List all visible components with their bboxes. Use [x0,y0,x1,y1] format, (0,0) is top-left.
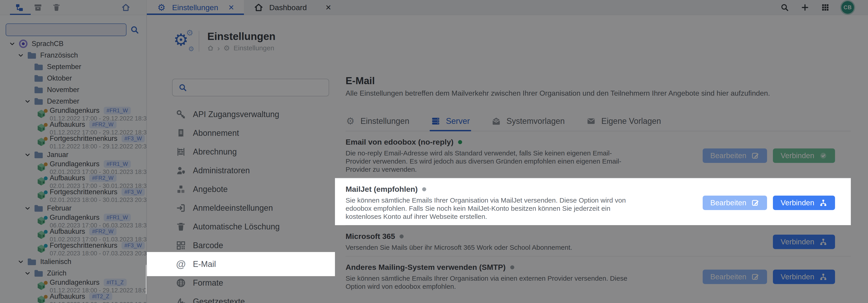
provider-row-anderes-mailing-system-verwenden-smtp: Anderes Mailing-System verwenden (SMTP)S… [346,256,851,295]
archive-icon[interactable] [33,3,42,12]
status-dot [422,187,426,191]
tree-item-franz-sisch[interactable]: Französisch [0,49,146,61]
sidebar-item-label: Abonnement [193,128,239,138]
tree-item-november[interactable]: November [0,84,146,95]
tab-label: Eigene Vorlagen [601,116,661,126]
tree-item-grundlagenkurs[interactable]: Grundlagenkurs#FR1_W01.12.2022 17:00 - 2… [0,107,146,121]
course-status-dot [44,137,48,141]
tree-item-z-rich[interactable]: Zürich [0,267,146,279]
tab-server[interactable]: Server [431,111,470,131]
tree-item-fortgeschrittenenkurs[interactable]: Fortgeschrittenenkurs#F3_W02.01.2023 18:… [0,189,146,202]
course-dates: 02.01.2023 18:00 - 30.01.2023 20:30 [50,197,146,203]
verbinden-button[interactable]: Verbinden [773,235,835,249]
sidebar-item-automatische-l-schung[interactable]: Automatische Löschung [147,217,335,236]
tree-item-september[interactable]: September [0,61,146,72]
tree-item-label: Grundlagenkurs [50,213,100,222]
search-icon[interactable] [130,25,139,34]
close-icon[interactable]: × [228,3,234,12]
sidebar-item-abrechnung[interactable]: Abrechnung [147,142,335,161]
app-root: ⚙Einstellungen×Dashboard× CB SprachCBFra… [0,0,868,303]
tree-item-label: September [47,63,81,71]
tree-item-fortgeschrittenenkurs[interactable]: Fortgeschrittenenkurs#F3_W07.02.2023 18:… [0,242,146,256]
sidebar-item-angebote[interactable]: Angebote [147,180,335,199]
active-tool-underline [10,14,31,15]
tree-item-label: SprachCB [32,40,63,48]
check-circle-icon [819,152,827,160]
tab-label: Systemvorlagen [506,116,565,126]
sidebar-item-label: Abrechnung [193,147,237,157]
chevron-down-icon[interactable] [8,41,17,47]
verbinden-button[interactable]: Verbinden [773,148,835,163]
tab-dashboard[interactable]: Dashboard× [244,0,341,15]
bearbeiten-button[interactable]: Bearbeiten [703,196,767,210]
search-icon[interactable] [780,3,789,12]
chevron-down-icon[interactable] [23,98,32,104]
sidebar-item-abonnement[interactable]: Abonnement [147,124,335,142]
tab-label: Einstellungen [172,3,218,12]
folder-icon [33,73,44,83]
sidebar-item-administratoren[interactable]: Administratoren [147,161,335,180]
pencil-square-icon [751,199,760,207]
chevron-down-icon[interactable] [23,270,32,276]
tree-item-grundlagenkurs[interactable]: Grundlagenkurs#FR1_W06.02.2023 17:00 - 0… [0,214,146,228]
tab-einstellungen[interactable]: ⚙Einstellungen× [147,0,244,15]
sidebar-item-formate[interactable]: Formate [147,273,335,292]
verbinden-button[interactable]: Verbinden [773,196,835,210]
sidebar-item-gesetzestexte[interactable]: Gesetzestexte [147,292,335,303]
course-status-dot [44,281,48,285]
bearbeiten-button[interactable]: Bearbeiten [703,270,767,284]
breadcrumb-item[interactable]: Einstellungen [234,44,274,52]
signature-icon [176,297,186,303]
bearbeiten-button[interactable]: Bearbeiten [703,148,767,163]
tree-item-italienisch[interactable]: Italienisch [0,256,146,267]
course-icon [36,295,46,303]
course-icon [36,162,46,173]
tree-item-dezember[interactable]: Dezember [0,95,146,107]
gears-icon: ⚙ [157,3,166,12]
course-badge: #FR2_W [89,174,117,182]
sidebar-item-api-zugangsverwaltung[interactable]: API Zugangsverwaltung [147,105,335,124]
tree-item-label: Februar [47,204,71,212]
tree-search-input[interactable] [6,24,126,36]
tree-item-fortgeschrittenenkurs[interactable]: Fortgeschrittenenkurs#F3_W01.12.2022 18:… [0,135,146,149]
tree-item-label: Fortgeschrittenenkurs [50,134,118,143]
tree-item-aufbaukurs[interactable]: Aufbaukurs#FR2_W01.12.2022 17:00 - 29.12… [0,121,146,135]
tree-item-aufbaukurs[interactable]: Aufbaukurs#IT2_Z01.12.2022 18:00 - 29.12… [0,293,146,303]
course-badge: #F3_W [122,135,145,142]
home-icon[interactable] [207,45,214,51]
provider-description: Sie können sämtliche Emails Ihrer Organi… [346,274,637,291]
tab-systemvorlagen[interactable]: Systemvorlagen [492,111,565,131]
tab-einstellungen[interactable]: ⚙Einstellungen [346,111,409,131]
verbinden-button[interactable]: Verbinden [773,270,835,284]
provider-name: Email von edoobox (no-reply) [346,138,454,146]
tab-bar: ⚙Einstellungen×Dashboard× [147,0,341,15]
avatar[interactable]: CB [841,1,854,14]
tree-item-aufbaukurs[interactable]: Aufbaukurs#FR2_W02.01.2023 17:00 - 30.01… [0,174,146,189]
grid-icon[interactable] [821,3,830,12]
tree-item-oktober[interactable]: Oktober [0,72,146,84]
tab-eigene-vorlagen[interactable]: Eigene Vorlagen [586,111,661,131]
mail-open-icon [492,116,501,126]
tree-item-februar[interactable]: Februar [0,202,146,214]
home-icon[interactable] [121,3,130,12]
chevron-down-icon[interactable] [23,205,32,211]
plus-icon[interactable] [801,3,809,12]
sitemap-icon[interactable] [15,3,24,12]
tree-item-januar[interactable]: Januar [0,149,146,160]
sidebar-item-e-mail[interactable]: @E-Mail [147,252,335,276]
chevron-down-icon[interactable] [16,52,25,58]
tree-item-sprachcb[interactable]: SprachCB [0,38,146,49]
email-subtabs: ⚙EinstellungenServerSystemvorlagenEigene… [346,111,851,131]
trash-icon[interactable] [52,3,61,12]
chevron-down-icon[interactable] [23,152,32,158]
settings-search-input[interactable] [192,83,323,92]
tree-item-aufbaukurs[interactable]: Aufbaukurs#FR2_W01.02.2023 17:00 - 01.03… [0,228,146,242]
close-icon[interactable]: × [326,3,331,12]
tree-item-grundlagenkurs[interactable]: Grundlagenkurs#FR1_W02.01.2023 17:00 - 3… [0,160,146,174]
tab-label: Einstellungen [361,116,409,126]
sidebar-item-anmeldeeinstellungen[interactable]: Anmeldeeinstellungen [147,199,335,217]
breadcrumb: › ⚙ Einstellungen [207,44,276,52]
chevron-down-icon[interactable] [16,259,25,265]
tree-item-grundlagenkurs[interactable]: Grundlagenkurs#IT1_Z01.12.2022 18:00 - 2… [0,279,146,293]
course-icon [36,281,46,291]
